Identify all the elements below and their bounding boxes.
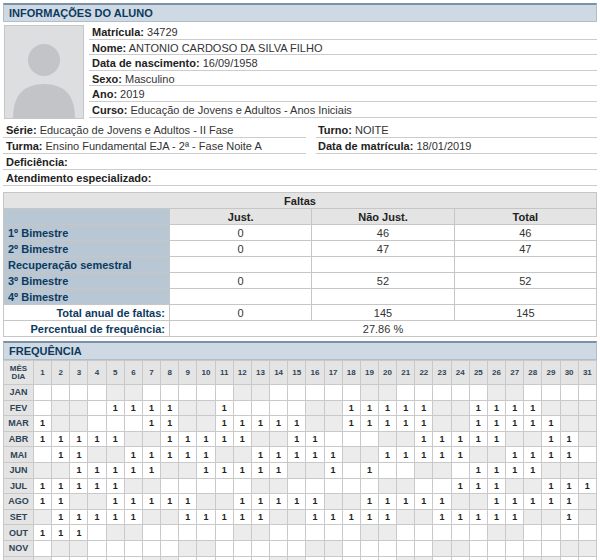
field-value: Masculino [125,73,175,85]
freq-day-cell [251,540,269,556]
freq-day-cell [106,447,124,463]
freq-month-label: JAN [4,385,34,401]
freq-day-cell [469,540,487,556]
freq-day-cell: 1 [215,416,233,432]
freq-day-header: 5 [106,361,124,385]
freq-day-cell [324,416,342,432]
freq-day-cell: 1 [142,447,160,463]
freq-day-cell: 1 [560,494,578,510]
freq-day-cell: 1 [324,447,342,463]
faltas-colhead-row: Just. Não Just. Total [4,209,597,225]
freq-day-cell [288,525,306,541]
freq-day-cell: 1 [161,447,179,463]
freq-day-cell: 1 [397,416,415,432]
freq-day-cell: 1 [524,400,542,416]
freq-day-cell: 1 [342,400,360,416]
info-field-row: Curso: Educação de Jovens e Adultos - An… [89,102,597,118]
faltas-cell: 52 [454,273,596,289]
freq-day-cell: 1 [378,416,396,432]
freq-day-cell: 1 [88,431,106,447]
freq-day-cell: 1 [506,416,524,432]
freq-day-cell [524,431,542,447]
freq-day-cell: 1 [142,494,160,510]
freq-day-cell [324,478,342,494]
freq-month-label: JUL [4,478,34,494]
freq-day-cell: 1 [106,462,124,478]
freq-day-cell: 1 [397,447,415,463]
freq-day-cell [451,494,469,510]
freq-day-cell [288,478,306,494]
freq-day-cell: 1 [233,462,251,478]
student-photo [4,25,84,119]
field-label: Data de nascimento: [92,57,200,69]
freq-day-cell [342,478,360,494]
freq-day-cell: 1 [378,494,396,510]
freq-day-cell [270,525,288,541]
freq-day-cell: 1 [451,447,469,463]
freq-day-cell: 1 [342,509,360,525]
freq-day-cell: 1 [70,525,88,541]
freq-month-row: FEV11111111111111 [4,400,597,416]
freq-day-cell [288,400,306,416]
freq-day-cell [142,509,160,525]
freq-day-cell [215,447,233,463]
freq-day-header: 24 [451,361,469,385]
faltas-table: Faltas Just. Não Just. Total 1º Bimestre… [3,192,597,337]
freq-day-cell [233,447,251,463]
freq-day-cell [52,540,70,556]
freq-day-header: 6 [124,361,142,385]
person-silhouette-icon [5,26,83,118]
freq-day-cell: 1 [560,431,578,447]
freq-day-cell [342,462,360,478]
freq-day-cell [142,478,160,494]
freq-day-cell: 1 [88,478,106,494]
freq-day-cell [578,431,596,447]
freq-month-label: OUT [4,525,34,541]
freq-day-cell [578,447,596,463]
freq-day-cell: 1 [469,400,487,416]
freq-day-cell [378,462,396,478]
freq-day-cell [560,462,578,478]
freq-day-cell [197,525,215,541]
freq-day-cell [397,385,415,401]
freq-day-cell: 1 [124,494,142,510]
field-label: Turma: [6,140,42,152]
freq-day-cell: 1 [52,478,70,494]
faltas-cell [454,289,596,305]
freq-day-cell: 1 [52,494,70,510]
freq-month-row: NOV [4,540,597,556]
freq-day-cell [360,385,378,401]
freq-day-cell [106,525,124,541]
freq-day-header: 21 [397,361,415,385]
freq-day-cell [270,478,288,494]
freq-day-cell [215,540,233,556]
freq-day-cell: 1 [306,494,324,510]
freq-day-cell [433,400,451,416]
freq-day-cell [306,540,324,556]
freq-day-cell: 1 [415,400,433,416]
freq-day-cell: 1 [142,400,160,416]
freq-day-header: 29 [542,361,560,385]
freq-day-cell: 1 [124,400,142,416]
freq-day-cell [161,478,179,494]
freq-day-cell [88,400,106,416]
freq-day-cell: 1 [324,462,342,478]
freq-day-cell: 1 [487,400,505,416]
freq-day-cell [506,525,524,541]
freq-day-cell [251,385,269,401]
freq-day-cell [88,385,106,401]
freq-day-cell: 1 [251,509,269,525]
freq-day-cell [433,462,451,478]
freq-day-cell [70,385,88,401]
freq-day-cell [70,400,88,416]
freq-day-cell [560,400,578,416]
faltas-cell: 46 [454,225,596,241]
freq-day-cell: 1 [34,416,52,432]
freq-month-label: MAI [4,447,34,463]
info-dual-row: Série: Educação de Jovens e Adultos - II… [3,122,597,138]
freq-day-cell: 1 [451,478,469,494]
field-value: 2019 [120,88,144,100]
freq-day-cell [469,385,487,401]
faltas-percent-row: Percentual de frequência:27.86 % [4,321,597,337]
faltas-cell [170,257,312,273]
